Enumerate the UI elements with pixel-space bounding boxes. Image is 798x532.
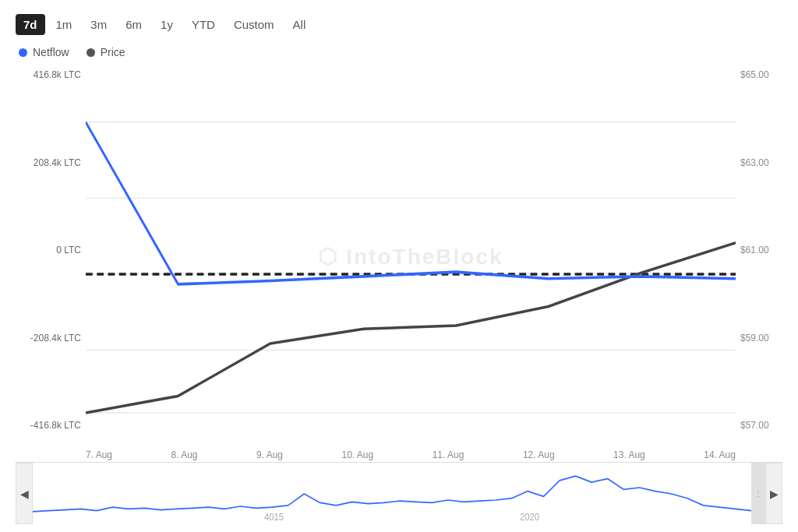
y-left-label-0: 416.8k LTC xyxy=(16,69,81,80)
legend-price: Price xyxy=(87,46,125,58)
y-axis-right: $65.00$63.00$61.00$59.00$57.00 xyxy=(736,66,782,446)
x-axis: 7. Aug8. Aug9. Aug10. Aug11. Aug12. Aug1… xyxy=(16,446,736,460)
x-label-3: 10. Aug xyxy=(342,449,374,460)
y-right-label-4: $57.00 xyxy=(740,420,782,431)
filter-btn-3m[interactable]: 3m xyxy=(83,14,115,35)
scroll-left-arrow[interactable]: ◀ xyxy=(16,463,33,524)
main-container: 7d1m3m6m1yYTDCustomAll Netflow Price 416… xyxy=(0,0,798,532)
filter-btn-all[interactable]: All xyxy=(285,14,314,35)
filter-btn-1m[interactable]: 1m xyxy=(48,14,80,35)
x-label-5: 12. Aug xyxy=(523,449,555,460)
x-label-2: 9. Aug xyxy=(256,449,283,460)
y-right-label-1: $63.00 xyxy=(740,157,782,168)
main-chart: 416.8k LTC208.4k LTC0 LTC-208.4k LTC-416… xyxy=(16,66,782,446)
y-axis-left: 416.8k LTC208.4k LTC0 LTC-208.4k LTC-416… xyxy=(16,66,86,446)
svg-text:2020: 2020 xyxy=(520,512,539,523)
legend: Netflow Price xyxy=(16,46,782,58)
y-left-label-1: 208.4k LTC xyxy=(16,157,81,168)
price-dot xyxy=(87,48,95,57)
y-left-label-4: -416.8k LTC xyxy=(16,420,81,431)
svg-text:4015: 4015 xyxy=(264,512,284,523)
filter-btn-6m[interactable]: 6m xyxy=(118,14,150,35)
mini-chart: 4015 2020 xyxy=(33,463,751,525)
netflow-dot xyxy=(19,48,27,57)
scrollbar-handle[interactable]: ⋮ xyxy=(751,463,765,524)
filter-btn-1y[interactable]: 1y xyxy=(153,14,181,35)
y-right-label-2: $61.00 xyxy=(740,245,782,255)
x-label-0: 7. Aug xyxy=(86,449,112,460)
filter-btn-ytd[interactable]: YTD xyxy=(184,14,223,35)
x-label-1: 8. Aug xyxy=(171,449,198,460)
x-label-4: 11. Aug xyxy=(433,449,464,460)
filter-btn-custom[interactable]: Custom xyxy=(226,14,282,35)
y-right-label-0: $65.00 xyxy=(740,69,782,80)
scroll-right-arrow[interactable]: ▶ xyxy=(765,463,782,524)
legend-netflow: Netflow xyxy=(19,46,69,58)
x-label-7: 14. Aug xyxy=(704,449,736,460)
chart-canvas: ⬡ IntoTheBlock xyxy=(86,66,736,446)
y-right-label-3: $59.00 xyxy=(740,333,782,344)
x-label-6: 13. Aug xyxy=(613,449,645,460)
mini-chart-container: ◀ 4015 2020 ⋮ ▶ xyxy=(16,462,782,524)
filter-btn-7d[interactable]: 7d xyxy=(16,14,45,35)
time-filter-bar: 7d1m3m6m1yYTDCustomAll xyxy=(16,14,782,35)
y-left-label-2: 0 LTC xyxy=(16,245,81,255)
price-label: Price xyxy=(101,46,125,58)
netflow-label: Netflow xyxy=(33,46,69,58)
y-left-label-3: -208.4k LTC xyxy=(16,333,81,344)
